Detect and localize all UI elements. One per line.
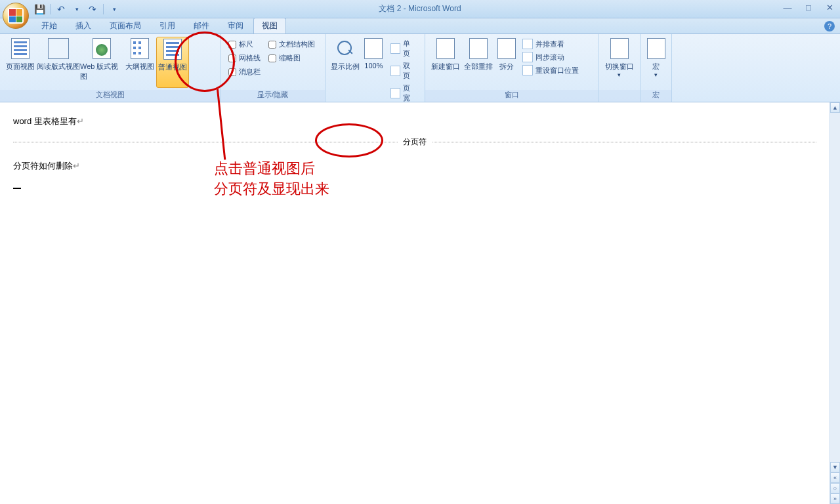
split-button[interactable]: 拆分 [495,37,518,72]
group-label-showhide: 显示/隐藏 [220,90,325,102]
close-icon[interactable]: ✕ [822,1,837,13]
undo-dropdown-icon[interactable]: ▾ [70,3,83,16]
next-page-icon[interactable]: » [830,494,840,504]
normal-view-button[interactable]: 普通视图 [156,37,189,88]
reading-layout-button[interactable]: 阅读版式视图 [37,37,80,72]
document-area[interactable]: word 里表格里有↵ 分页符 分页符如何删除↵ [0,102,830,504]
tab-insert[interactable]: 插入 [67,18,100,33]
tab-home[interactable]: 开始 [33,18,66,33]
check-docmap[interactable]: 文档结构图 [268,39,315,49]
tab-review[interactable]: 审阅 [219,18,252,33]
new-window-button[interactable]: 新建窗口 [429,37,462,72]
qat-customize-icon[interactable]: ▾ [108,3,121,16]
group-label-docviews: 文档视图 [0,90,220,102]
tab-pagelayout[interactable]: 页面布局 [101,18,150,33]
two-page-button[interactable]: 双页 [389,60,418,81]
reset-window-button[interactable]: 重设窗口位置 [521,64,581,76]
check-ruler[interactable]: 标尺 [228,39,261,49]
chevron-down-icon: ▾ [618,72,621,78]
outline-button[interactable]: 大纲视图 [123,37,156,72]
tab-references[interactable]: 引用 [151,18,184,33]
group-label-switch [598,90,640,102]
tab-view[interactable]: 视图 [253,18,286,33]
maximize-icon[interactable]: □ [801,1,816,13]
undo-icon[interactable]: ↶ [54,3,68,16]
help-icon[interactable]: ? [824,21,835,32]
sync-scroll-button[interactable]: 同步滚动 [521,51,581,63]
paragraph[interactable]: word 里表格里有↵ [13,116,816,127]
side-by-side-button[interactable]: 并排查看 [521,38,581,50]
zoom-button[interactable]: 显示比例 [329,37,361,72]
web-layout-button[interactable]: Web 版式视图 [80,37,123,81]
vertical-scrollbar[interactable]: ▲ ▼ « ○ » [830,102,840,504]
print-layout-button[interactable]: 页面视图 [4,37,37,72]
macros-button[interactable]: 宏▾ [644,37,667,78]
scroll-up-icon[interactable]: ▲ [830,102,840,113]
check-messagebar[interactable]: 消息栏 [228,67,261,77]
prev-page-icon[interactable]: « [830,472,840,483]
quick-access-toolbar: 💾 ↶ ▾ ↷ ▾ [33,3,121,16]
page-width-button[interactable]: 页宽 [389,83,418,104]
chevron-down-icon: ▾ [654,72,658,78]
check-gridlines[interactable]: 网格线 [228,53,261,63]
text-cursor [13,188,21,189]
window-title: 文档 2 - Microsoft Word [379,3,461,14]
office-button[interactable] [3,3,29,29]
arrange-all-button[interactable]: 全部重排 [462,37,495,72]
save-icon[interactable]: 💾 [33,3,46,16]
browse-object-icon[interactable]: ○ [830,483,840,494]
group-label-macros: 宏 [640,90,671,102]
redo-icon[interactable]: ↷ [86,3,99,16]
ribbon-tabs: 开始 插入 页面布局 引用 邮件 审阅 视图 ? [0,18,840,34]
page-break-label: 分页符 [398,136,432,148]
switch-window-button[interactable]: 切换窗口▾ [602,37,636,78]
one-page-button[interactable]: 单页 [389,38,418,59]
group-label-window: 窗口 [425,90,598,102]
page-break-indicator[interactable]: 分页符 [13,135,816,148]
tab-mailings[interactable]: 邮件 [185,18,218,33]
zoom-100-button[interactable]: 100% [361,37,387,70]
check-thumbnails[interactable]: 缩略图 [268,53,315,63]
title-bar: 💾 ↶ ▾ ↷ ▾ 文档 2 - Microsoft Word — □ ✕ [0,0,840,18]
scroll-down-icon[interactable]: ▼ [830,462,840,472]
minimize-icon[interactable]: — [780,1,795,13]
ribbon: 页面视图 阅读版式视图 Web 版式视图 大纲视图 普通视图 文档视图 标尺 网… [0,34,840,102]
paragraph[interactable]: 分页符如何删除↵ [13,160,816,172]
